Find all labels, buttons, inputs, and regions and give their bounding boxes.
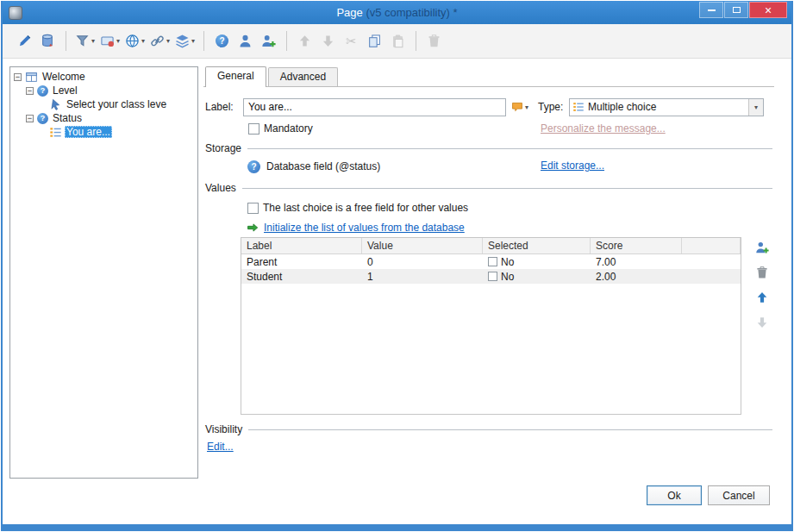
expander-icon[interactable]: − (26, 115, 34, 122)
copy-button[interactable] (363, 29, 386, 53)
copy-icon (367, 34, 382, 48)
maximize-button[interactable] (724, 2, 748, 18)
move-up-button (293, 29, 316, 53)
free-field-checkbox[interactable] (247, 203, 259, 214)
move-down-button (316, 29, 340, 53)
question-editor-panel: General Advanced Label: ▾ Type: Multiple… (203, 68, 774, 480)
cut-button: ✂ (340, 29, 363, 53)
free-field-label: The last choice is a free field for othe… (263, 202, 468, 214)
expander-icon[interactable]: − (14, 73, 22, 81)
person-icon (238, 34, 253, 48)
web-options-button[interactable]: ▾ (122, 29, 147, 53)
type-select[interactable]: Multiple choice ▾ (569, 98, 764, 116)
tree-item-label-selected: You are... (65, 126, 112, 138)
tab-general[interactable]: General (205, 66, 266, 87)
initialize-values-link[interactable]: Initialize the list of values from the d… (264, 222, 465, 234)
selected-checkbox[interactable] (488, 257, 497, 266)
tree-item-status[interactable]: − ? Status (10, 111, 197, 125)
table-row[interactable]: Parent 0 No 7.00 (241, 254, 741, 269)
toolbar-separator (203, 31, 204, 51)
link-icon (150, 34, 165, 48)
select-arrow[interactable]: ▾ (748, 99, 763, 116)
arrow-up-icon (297, 34, 312, 48)
edit-properties-button[interactable] (13, 29, 36, 53)
values-section-title: Values (205, 182, 236, 194)
toolbar-separator (416, 31, 416, 51)
value-selected-cell: No (483, 271, 591, 283)
type-caption: Type: (538, 101, 569, 113)
tree-item-welcome[interactable]: − Welcome (10, 70, 197, 84)
values-table[interactable]: Label Value Selected Score Parent 0 No 7… (241, 237, 741, 415)
dialog-window: Page (v5 compatibility) * × ▾ ▾ ▾ ▾ ▾ ? … (1, 1, 793, 531)
minimize-button[interactable] (699, 2, 723, 18)
column-header[interactable]: Selected (483, 238, 591, 253)
tree-item-label: Status (51, 112, 84, 124)
arrow-down-icon (321, 34, 335, 48)
edit-storage-link[interactable]: Edit storage... (541, 160, 604, 172)
delete-value-button[interactable] (755, 266, 769, 279)
label-input[interactable] (243, 98, 506, 116)
title-bar[interactable]: Page (v5 compatibility) * × (3, 1, 791, 24)
scissors-icon: ✂ (346, 34, 357, 47)
column-header[interactable]: Score (591, 238, 682, 253)
tree-item-select-class[interactable]: Select your class leve (10, 97, 197, 111)
close-icon: × (765, 4, 772, 16)
field-icon (100, 34, 115, 48)
add-value-button[interactable] (755, 241, 769, 254)
visibility-section-header: Visibility (205, 423, 772, 435)
values-section-header: Values (205, 182, 772, 194)
personalize-message-button[interactable]: ▾ (510, 99, 530, 115)
free-field-row: The last choice is a free field for othe… (205, 201, 772, 215)
insert-field-button[interactable]: ▾ (97, 29, 122, 53)
toolbar-separator (286, 31, 287, 51)
cursor-icon (49, 98, 62, 111)
value-score-cell: 7.00 (591, 256, 682, 268)
database-button[interactable] (36, 29, 59, 53)
link-options-button[interactable]: ▾ (147, 29, 172, 53)
visibility-edit-link[interactable]: Edit... (207, 441, 234, 453)
mandatory-row: Mandatory Personalize the message... (205, 122, 772, 135)
delete-button (422, 29, 446, 53)
tree-item-label: Welcome (41, 71, 87, 83)
selected-checkbox[interactable] (488, 272, 497, 281)
column-header[interactable]: Value (362, 238, 483, 253)
value-label-cell: Student (241, 271, 362, 283)
ok-button[interactable]: Ok (647, 485, 702, 505)
question-icon: ? (37, 85, 48, 97)
chevron-down-icon: ▾ (754, 103, 758, 111)
close-button[interactable]: × (749, 2, 787, 18)
tab-advanced[interactable]: Advanced (268, 67, 338, 86)
mandatory-checkbox[interactable] (248, 123, 259, 135)
column-header[interactable]: Label (241, 238, 362, 253)
pencil-icon (17, 34, 32, 48)
dropdown-arrow-icon: ▾ (191, 37, 195, 45)
trash-icon (427, 34, 441, 48)
add-contact-button[interactable] (257, 29, 280, 53)
dropdown-arrow-icon: ▾ (525, 103, 528, 111)
value-selected-cell: No (483, 256, 591, 268)
values-table-header: Label Value Selected Score (241, 238, 741, 254)
green-arrow-icon (247, 222, 259, 234)
move-value-up-button[interactable] (755, 291, 769, 304)
message-icon (511, 101, 523, 113)
insert-question-button[interactable]: ▾ (72, 29, 97, 53)
paste-icon (391, 34, 405, 48)
move-value-down-button (755, 316, 769, 329)
initialize-row: Initialize the list of values from the d… (205, 220, 772, 235)
layers-options-button[interactable]: ▾ (172, 29, 197, 53)
layers-icon (175, 34, 190, 48)
tree-item-you-are[interactable]: You are... (10, 125, 197, 139)
paste-button (386, 29, 410, 53)
funnel-icon (75, 34, 90, 48)
value-value-cell: 0 (362, 256, 483, 268)
tree-item-level[interactable]: − ? Level (10, 84, 197, 97)
dropdown-arrow-icon: ▾ (141, 37, 145, 45)
dropdown-arrow-icon: ▾ (116, 37, 120, 45)
table-row[interactable]: Student 1 No 2.00 (241, 269, 741, 284)
contact-button[interactable] (234, 29, 257, 53)
cancel-button[interactable]: Cancel (708, 485, 770, 505)
help-button[interactable]: ? (210, 29, 234, 53)
help-icon: ? (216, 34, 228, 47)
tree-item-label: Level (51, 84, 79, 97)
expander-icon[interactable]: − (26, 87, 34, 95)
